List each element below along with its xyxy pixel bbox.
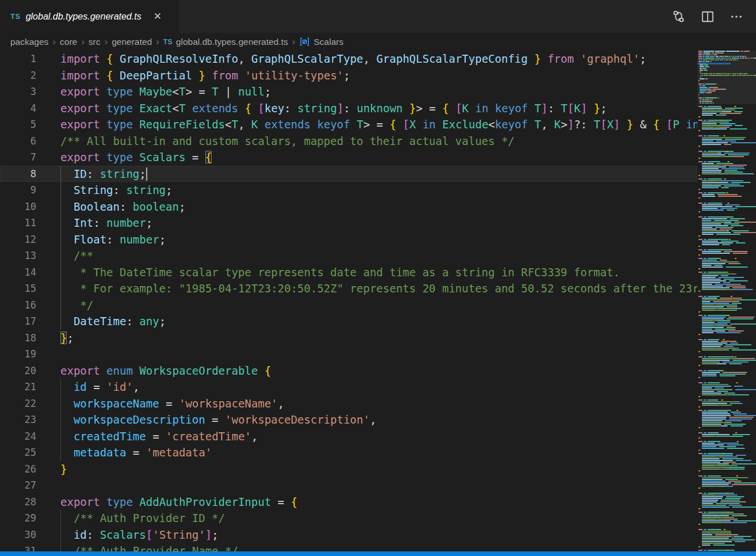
line-number: 11 — [0, 215, 36, 231]
line-number: 19 — [0, 346, 36, 363]
vscode-window: TS global.db.types.generated.ts ✕ — [0, 0, 756, 556]
code-line[interactable]: 10 Boolean: boolean; — [0, 199, 697, 215]
code-line[interactable]: 28export type AddAuthProviderInput = { — [0, 494, 697, 511]
editor-actions — [671, 0, 756, 33]
line-content — [36, 477, 697, 494]
breadcrumb-separator: › — [292, 36, 296, 48]
line-content: workspaceName = 'workspaceName', — [36, 395, 697, 412]
line-number: 28 — [0, 494, 36, 511]
code-line[interactable]: 30 id: Scalars['String']; — [0, 527, 697, 543]
code-line[interactable]: 23 workspaceDescription = 'workspaceDesc… — [0, 412, 697, 428]
line-number: 25 — [0, 444, 36, 461]
typescript-file-icon: TS — [10, 12, 21, 21]
line-number: 22 — [0, 395, 36, 412]
close-tab-icon[interactable]: ✕ — [151, 9, 164, 24]
breadcrumb-core[interactable]: core — [60, 37, 77, 47]
code-line[interactable]: 26} — [0, 461, 697, 478]
line-number: 15 — [0, 280, 36, 297]
code-line[interactable]: 1import { GraphQLResolveInfo, GraphQLSca… — [0, 51, 697, 67]
line-number: 13 — [0, 247, 36, 264]
code-line[interactable]: 25 metadata = 'metadata' — [0, 444, 697, 461]
more-actions-icon[interactable] — [730, 10, 743, 24]
code-line[interactable]: 2import { DeepPartial } from 'utility-ty… — [0, 67, 697, 84]
breadcrumb: packages › core › src › generated › TS g… — [0, 33, 756, 51]
line-number: 9 — [0, 182, 36, 199]
code-line[interactable]: 27 — [0, 477, 697, 494]
tab-global-db-types[interactable]: TS global.db.types.generated.ts ✕ — [0, 0, 179, 33]
line-number: 18 — [0, 330, 36, 346]
line-content: metadata = 'metadata' — [36, 444, 697, 461]
text-cursor — [146, 167, 147, 181]
code-line[interactable]: 7export type Scalars = { — [0, 149, 697, 166]
code-line[interactable]: 29 /** Auth Provider ID */ — [0, 510, 697, 527]
line-content: createdTime = 'createdTime', — [36, 428, 697, 445]
breadcrumb-separator: › — [156, 36, 159, 48]
code-line[interactable]: 24 createdTime = 'createdTime', — [0, 428, 697, 445]
code-line[interactable]: 9 String: string; — [0, 182, 697, 199]
line-content: } — [36, 461, 697, 478]
line-number: 2 — [0, 67, 36, 84]
line-content: * For example: "1985-04-12T23:20:50.52Z"… — [36, 280, 697, 297]
code-line[interactable]: 21 id = 'id', — [0, 379, 697, 395]
tab-bar: TS global.db.types.generated.ts ✕ — [0, 0, 756, 33]
line-content: import { GraphQLResolveInfo, GraphQLScal… — [36, 51, 697, 67]
code-line[interactable]: 11 Int: number; — [0, 215, 697, 231]
line-number: 27 — [0, 477, 36, 494]
code-line[interactable]: 19 — [0, 346, 697, 363]
line-number: 16 — [0, 297, 36, 314]
line-content: id = 'id', — [36, 379, 697, 395]
editor[interactable]: 1import { GraphQLResolveInfo, GraphQLSca… — [0, 51, 756, 556]
breadcrumb-packages[interactable]: packages — [10, 37, 48, 47]
breadcrumb-separator: › — [105, 36, 108, 48]
line-content: ID: string; — [36, 166, 697, 182]
line-content — [36, 346, 697, 363]
code-line[interactable]: 5export type RequireFields<T, K extends … — [0, 116, 697, 133]
line-content: /** — [36, 247, 697, 264]
minimap[interactable] — [697, 51, 756, 551]
code-line[interactable]: 13 /** — [0, 247, 697, 264]
code-line[interactable]: 14 * The DateTime scalar type represents… — [0, 264, 697, 281]
code-lines[interactable]: 1import { GraphQLResolveInfo, GraphQLSca… — [0, 51, 697, 556]
line-content: DateTime: any; — [36, 313, 697, 330]
code-line[interactable]: 22 workspaceName = 'workspaceName', — [0, 395, 697, 412]
line-content: /** Auth Provider ID */ — [36, 510, 697, 527]
line-content: export type Scalars = { — [36, 149, 697, 166]
line-number: 8 — [0, 166, 36, 182]
line-content: export type Maybe<T> = T | null; — [36, 83, 697, 100]
line-content: Int: number; — [36, 215, 697, 231]
code-line[interactable]: 6/** All built-in and custom scalars, ma… — [0, 133, 697, 150]
code-line[interactable]: 8 ID: string; — [0, 166, 697, 182]
open-changes-icon[interactable] — [671, 9, 686, 24]
code-line[interactable]: 4export type Exact<T extends { [key: str… — [0, 100, 697, 117]
code-line[interactable]: 15 * For example: "1985-04-12T23:20:50.5… — [0, 280, 697, 297]
symbol-type-icon — [299, 36, 310, 47]
line-number: 4 — [0, 100, 36, 117]
line-content: * The DateTime scalar type represents da… — [36, 264, 697, 281]
tab-title: global.db.types.generated.ts — [26, 12, 142, 22]
line-number: 21 — [0, 379, 36, 395]
typescript-file-icon: TS — [163, 38, 173, 46]
code-line[interactable]: 3export type Maybe<T> = T | null; — [0, 83, 697, 100]
line-number: 30 — [0, 527, 36, 543]
breadcrumb-file[interactable]: TS global.db.types.generated.ts — [163, 37, 288, 47]
line-content: }; — [36, 330, 697, 346]
code-line[interactable]: 16 */ — [0, 297, 697, 314]
line-content: import { DeepPartial } from 'utility-typ… — [36, 67, 697, 84]
line-content: /** All built-in and custom scalars, map… — [36, 133, 697, 150]
line-number: 20 — [0, 363, 36, 379]
line-content: Float: number; — [36, 231, 697, 248]
split-editor-icon[interactable] — [701, 10, 715, 24]
line-content: String: string; — [36, 182, 697, 199]
line-number: 10 — [0, 199, 36, 215]
line-content: export type AddAuthProviderInput = { — [36, 494, 697, 511]
breadcrumb-symbol-scalars[interactable]: Scalars — [299, 36, 343, 47]
code-line[interactable]: 17 DateTime: any; — [0, 313, 697, 330]
line-number: 26 — [0, 461, 36, 478]
code-line[interactable]: 12 Float: number; — [0, 231, 697, 248]
line-number: 6 — [0, 133, 36, 150]
line-number: 17 — [0, 313, 36, 330]
breadcrumb-src[interactable]: src — [89, 37, 101, 47]
code-line[interactable]: 18}; — [0, 330, 697, 346]
breadcrumb-generated[interactable]: generated — [112, 37, 152, 47]
code-line[interactable]: 20export enum WorkspaceOrderable { — [0, 363, 697, 379]
